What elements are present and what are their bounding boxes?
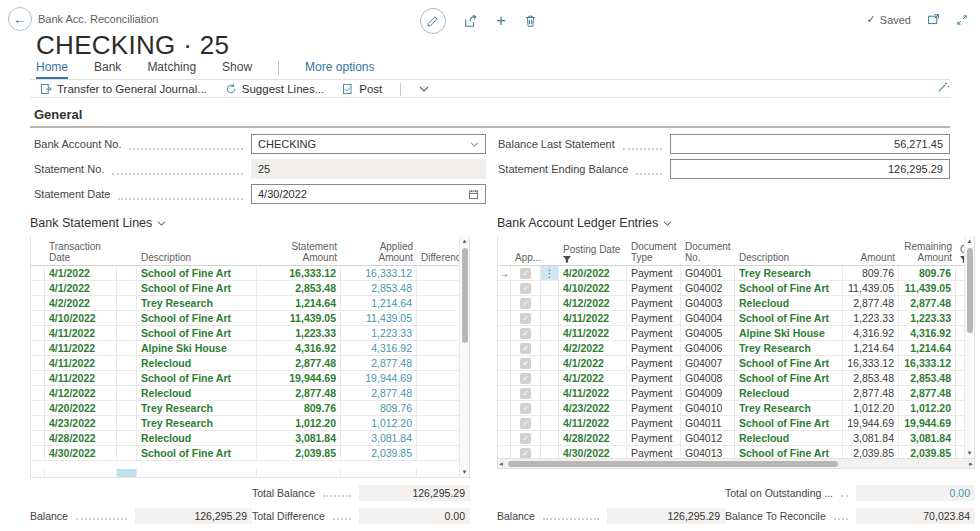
cell-row-options[interactable]: ⋮: [541, 341, 559, 355]
cell-document-type[interactable]: Payment: [627, 356, 681, 370]
ledger-entry-row[interactable]: → ✓ ⋮ 4/20/2022 Payment G04001 Trey Rese…: [498, 266, 974, 281]
cell-statement-amount[interactable]: 3,081.84: [257, 431, 341, 445]
cell-applied-amount[interactable]: 16,333.12: [341, 266, 417, 280]
cell-description[interactable]: School of Fine Art: [137, 371, 257, 385]
ledger-entry-row[interactable]: → ✓ ⋮ 4/11/2022 Payment G04005 Alpine Sk…: [498, 326, 974, 341]
suggest-lines-button[interactable]: Suggest Lines...: [225, 83, 324, 95]
statement-line-row[interactable]: 4/11/2022 School of Fine Art 19,944.69 1…: [31, 371, 469, 386]
cell-document-type[interactable]: Payment: [627, 311, 681, 325]
cell-row-options[interactable]: ⋮: [541, 431, 559, 445]
cell-applied-checkbox[interactable]: ✓: [511, 371, 541, 385]
col-description[interactable]: Description: [137, 250, 257, 265]
cell-document-type[interactable]: Payment: [627, 341, 681, 355]
cell-description[interactable]: School of Fine Art: [735, 446, 843, 458]
row-selector-cell[interactable]: [31, 296, 45, 310]
cell-amount[interactable]: 3,081.84: [843, 431, 899, 445]
statement-line-row[interactable]: 4/10/2022 School of Fine Art 11,439.05 1…: [31, 311, 469, 326]
cell-remaining-amount[interactable]: 1,223.33: [899, 311, 956, 325]
cell-applied-amount[interactable]: 3,081.84: [341, 431, 417, 445]
cell-row-options[interactable]: ⋮: [541, 281, 559, 295]
cell-document-no[interactable]: G04005: [681, 326, 735, 340]
cell-row-options[interactable]: ⋮: [541, 386, 559, 400]
cell-statement-amount[interactable]: 1,214.64: [257, 296, 341, 310]
statement-ending-balance-input[interactable]: 126,295.29: [670, 159, 950, 179]
cell-applied-checkbox[interactable]: ✓: [511, 281, 541, 295]
cell-remaining-amount[interactable]: 809.76: [899, 266, 956, 280]
section-heading-general[interactable]: General: [34, 107, 82, 122]
cell-posting-date[interactable]: 4/11/2022: [559, 416, 627, 430]
cell-gap[interactable]: [117, 371, 137, 385]
cell-statement-amount[interactable]: 11,439.05: [257, 311, 341, 325]
more-actions-chevron[interactable]: [419, 86, 429, 92]
statement-line-row[interactable]: 4/11/2022 Alpine Ski House 4,316.92 4,31…: [31, 341, 469, 356]
cell-difference[interactable]: [417, 326, 461, 340]
cell-applied-checkbox[interactable]: ✓: [511, 356, 541, 370]
post-button[interactable]: Post: [342, 83, 382, 95]
selected-cell[interactable]: [117, 469, 137, 477]
ledger-entry-row[interactable]: → ✓ ⋮ 4/12/2022 Payment G04003 Relecloud…: [498, 296, 974, 311]
cell-gap[interactable]: [117, 446, 137, 460]
cell-document-no[interactable]: G04010: [681, 401, 735, 415]
open-in-new-window-button[interactable]: [927, 13, 940, 26]
cell-amount[interactable]: 2,877.48: [843, 296, 899, 310]
scroll-down-icon[interactable]: ▼: [462, 467, 468, 477]
cell-amount[interactable]: 4,316.92: [843, 326, 899, 340]
scroll-left-icon[interactable]: ◄: [498, 461, 504, 467]
new-button[interactable]: +: [496, 11, 506, 31]
cell-remaining-amount[interactable]: 3,081.84: [899, 431, 956, 445]
cell-statement-amount[interactable]: 19,944.69: [257, 371, 341, 385]
col-posting-date[interactable]: Posting Date: [559, 242, 627, 265]
cell-transaction-date[interactable]: 4/2/2022: [45, 296, 117, 310]
cell-remaining-amount[interactable]: 11,439.05: [899, 281, 956, 295]
cell-description[interactable]: School of Fine Art: [735, 281, 843, 295]
horizontal-scrollbar[interactable]: ◄ ►: [498, 458, 974, 468]
cell-description[interactable]: Alpine Ski House: [735, 326, 843, 340]
cell-posting-date[interactable]: 4/11/2022: [559, 386, 627, 400]
cell-gap[interactable]: [117, 311, 137, 325]
collapse-button[interactable]: [956, 14, 968, 26]
cell-applied-checkbox[interactable]: ✓: [511, 266, 541, 280]
cell-document-no[interactable]: G04012: [681, 431, 735, 445]
statement-line-row[interactable]: 4/23/2022 Trey Research 1,012.20 1,012.2…: [31, 416, 469, 431]
cell-document-no[interactable]: G04007: [681, 356, 735, 370]
col-difference[interactable]: Difference: [417, 250, 461, 265]
cell-posting-date[interactable]: 4/11/2022: [559, 311, 627, 325]
row-selector-cell[interactable]: [31, 341, 45, 355]
cell-description[interactable]: School of Fine Art: [735, 416, 843, 430]
cell-amount[interactable]: 1,012.20: [843, 401, 899, 415]
cell-remaining-amount[interactable]: 2,039.85: [899, 446, 956, 458]
cell-transaction-date[interactable]: 4/20/2022: [45, 401, 117, 415]
cell-difference[interactable]: [417, 281, 461, 295]
cell-description[interactable]: School of Fine Art: [735, 311, 843, 325]
cell-gap[interactable]: [117, 386, 137, 400]
cell-applied-checkbox[interactable]: ✓: [511, 341, 541, 355]
cell-amount[interactable]: 11,439.05: [843, 281, 899, 295]
row-selector-cell[interactable]: [31, 386, 45, 400]
cell-description[interactable]: School of Fine Art: [137, 311, 257, 325]
cell-amount[interactable]: 809.76: [843, 266, 899, 280]
cell-description[interactable]: School of Fine Art: [137, 326, 257, 340]
checkbox-checked-icon[interactable]: ✓: [520, 298, 531, 309]
row-selector-cell[interactable]: [31, 326, 45, 340]
cell-difference[interactable]: [417, 371, 461, 385]
bank-account-no-combobox[interactable]: CHECKING: [251, 134, 486, 154]
cell-statement-amount[interactable]: 2,877.48: [257, 356, 341, 370]
cell-description[interactable]: Alpine Ski House: [137, 341, 257, 355]
cell-row-options[interactable]: ⋮: [541, 356, 559, 370]
vertical-scrollbar[interactable]: ▲ ▼: [964, 236, 974, 458]
cell-applied-checkbox[interactable]: ✓: [511, 431, 541, 445]
cell-applied-amount[interactable]: 2,877.48: [341, 386, 417, 400]
transfer-to-general-journal-button[interactable]: Transfer to General Journal...: [40, 83, 207, 95]
cell-transaction-date[interactable]: 4/23/2022: [45, 416, 117, 430]
cell-amount[interactable]: 16,333.12: [843, 356, 899, 370]
checkbox-checked-icon[interactable]: ✓: [520, 373, 531, 384]
total-on-outstanding-value[interactable]: 0.00: [856, 485, 975, 501]
cell-posting-date[interactable]: 4/30/2022: [559, 446, 627, 458]
col-document-type[interactable]: Document Type: [627, 239, 681, 265]
statement-line-row[interactable]: 4/1/2022 School of Fine Art 16,333.12 16…: [31, 266, 469, 281]
col-applied-amount[interactable]: Applied Amount: [341, 239, 417, 265]
cell-applied-checkbox[interactable]: ✓: [511, 296, 541, 310]
cell-applied-amount[interactable]: 4,316.92: [341, 341, 417, 355]
ledger-entry-row[interactable]: → ✓ ⋮ 4/11/2022 Payment G04011 School of…: [498, 416, 974, 431]
cell-document-no[interactable]: G04006: [681, 341, 735, 355]
